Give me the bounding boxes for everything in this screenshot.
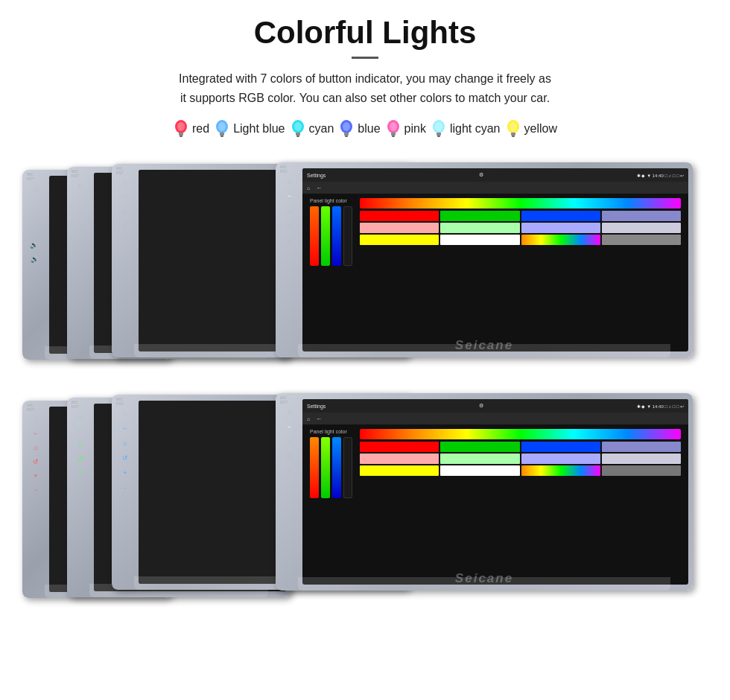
svg-point-5: [218, 122, 226, 131]
undo-icon-2b: ↺: [118, 453, 133, 463]
vplus-icon-4: 🔊+: [28, 240, 43, 250]
nav-back-bot: ←: [316, 416, 322, 422]
undo-icon-1b: ↺: [282, 451, 297, 462]
undo-icon-1t: ↺: [282, 220, 297, 231]
back-icon-2: ←: [118, 191, 133, 202]
device-stack-bottom: MIC RST ⌂ ← ⌂ ↺ + -: [22, 387, 708, 603]
main-device-screen-top: Settings ⚙ ✱ ◆ ▼ 14:40 □ ♪ □ □ ↩ ⌂ ←: [302, 168, 688, 351]
bar-green-bot: [321, 437, 330, 498]
status-usb-bot: ⚙: [479, 403, 483, 409]
vminus-icon-3b: -: [73, 482, 88, 492]
status-settings-bot: Settings: [307, 404, 326, 409]
swatch-r1c1-top: [360, 211, 439, 221]
status-icons-top: ✱ ◆ ▼ 14:40 □ ♪ □ □ ↩: [637, 173, 684, 178]
status-usb-top: ⚙: [479, 172, 483, 178]
swatch-r1c3-top: [521, 211, 600, 221]
vplus-icon-3: +: [73, 237, 88, 247]
home2-icon-3: ⌂: [73, 209, 88, 219]
home2-icon-2b: ⌂: [118, 438, 133, 448]
back-icon-1t: ←: [282, 191, 297, 201]
swatch-r2c3-top: [521, 223, 600, 233]
bulb-icon-blue: [338, 119, 355, 139]
vminus-icon-1t: -: [282, 250, 297, 261]
device-group-top: MIC RST ⌂ ← ⌂ ↺ 🔊+ 🔊-: [22, 156, 708, 365]
swatch-r1c2-bot: [440, 442, 519, 452]
svg-rect-26: [511, 133, 515, 136]
color-item-yellow: yellow: [505, 119, 557, 139]
color-item-red: red: [173, 119, 209, 139]
bar-dark-bot: [343, 437, 352, 498]
bar-blue-top: [332, 206, 341, 266]
vplus-icon-4b: +: [28, 471, 43, 481]
svg-point-9: [294, 122, 302, 131]
svg-point-1: [177, 122, 185, 131]
swatch-r1c2-top: [440, 211, 519, 221]
swatch-r3c1-bot: [360, 465, 439, 476]
title-section: Colorful Lights Integrated with 7 colors…: [22, 15, 708, 107]
home-icon-1t: ⌂: [282, 176, 297, 186]
bulb-icon-lightcyan: [431, 119, 447, 139]
back-icon-4b: ←: [28, 428, 43, 439]
home-icon-4: ⌂: [28, 183, 43, 194]
status-icons-bot: ✱ ◆ ▼ 14:40 □ ♪ □ □ ↩: [637, 404, 684, 409]
bulb-icon-red: [173, 119, 189, 139]
device-stack-top: MIC RST ⌂ ← ⌂ ↺ 🔊+ 🔊-: [22, 156, 708, 365]
bulb-icon-cyan: [290, 119, 306, 139]
color-item-pink: pink: [385, 119, 426, 139]
color-label-red: red: [192, 122, 209, 136]
nav-home-bot: ⌂: [307, 416, 310, 421]
undo-icon-3b: ↺: [73, 454, 88, 464]
swatch-r3c2-top: [440, 235, 519, 245]
color-item-blue: blue: [338, 119, 380, 139]
svg-rect-10: [296, 133, 300, 136]
vplus-icon-3b: +: [73, 468, 88, 478]
panel-label-bot: Panel light color: [310, 429, 352, 434]
home-icon-2b: ⌂: [118, 408, 133, 419]
page-container: Colorful Lights Integrated with 7 colors…: [0, 0, 730, 626]
svg-rect-3: [180, 136, 182, 137]
swatch-r3c3-bot: [521, 465, 600, 476]
color-indicators-row: red Light blue cyan: [22, 119, 708, 139]
svg-rect-19: [392, 136, 395, 137]
home-icon-2: ⌂: [118, 177, 133, 188]
swatch-r3c1-top: [360, 235, 439, 245]
swatch-r1c3-bot: [521, 442, 600, 452]
svg-rect-15: [345, 136, 348, 137]
undo-icon-2: ↺: [118, 220, 133, 230]
swatch-r2c4-top: [602, 223, 681, 233]
swatch-r2c2-bot: [440, 454, 519, 464]
svg-rect-11: [296, 136, 299, 137]
color-label-yellow: yellow: [524, 122, 557, 136]
device-group-bottom: MIC RST ⌂ ← ⌂ ↺ + -: [22, 387, 708, 603]
swatch-r2c2-top: [440, 223, 519, 233]
bar-red-bot: [310, 437, 319, 498]
swatch-r2c1-top: [360, 223, 439, 233]
vplus-icon-1b: +: [282, 466, 297, 477]
svg-rect-27: [512, 136, 515, 137]
swatch-r3c4-bot: [602, 465, 681, 476]
vplus-icon-2b: +: [118, 468, 133, 478]
home2-icon-3b: ⌂: [73, 439, 88, 450]
back-icon-1b: ←: [282, 421, 297, 432]
back-icon-3b: ←: [73, 425, 88, 436]
color-item-lightblue: Light blue: [214, 119, 285, 139]
back-icon-2b: ←: [118, 423, 133, 433]
title-divider: [352, 57, 378, 59]
swatch-r1c4-bot: [602, 442, 681, 452]
color-item-lightcyan: light cyan: [431, 119, 501, 139]
swatches-area-top: [360, 198, 681, 266]
swatch-r2c3-bot: [521, 454, 600, 464]
device-layer-1-bottom: MIC RST ⌂ ← ⌂ ↺ + - Settings ⚙: [276, 393, 693, 591]
vminus-icon-1b: -: [282, 481, 297, 491]
svg-point-13: [343, 122, 350, 131]
back-icon-3: ←: [73, 194, 88, 205]
undo-icon-4: ↺: [28, 226, 43, 236]
bar-blue-bot: [332, 437, 341, 498]
color-label-lightblue: Light blue: [233, 122, 285, 136]
back-icon-4: ←: [28, 197, 43, 208]
swatch-r3c2-bot: [440, 465, 519, 476]
undo-icon-3: ↺: [73, 223, 88, 233]
vminus-icon-2b: -: [118, 483, 133, 493]
swatch-r3c4-top: [602, 235, 681, 245]
main-device-screen-bottom: Settings ⚙ ✱ ◆ ▼ 14:40 □ ♪ □ □ ↩ ⌂ ←: [302, 399, 688, 585]
